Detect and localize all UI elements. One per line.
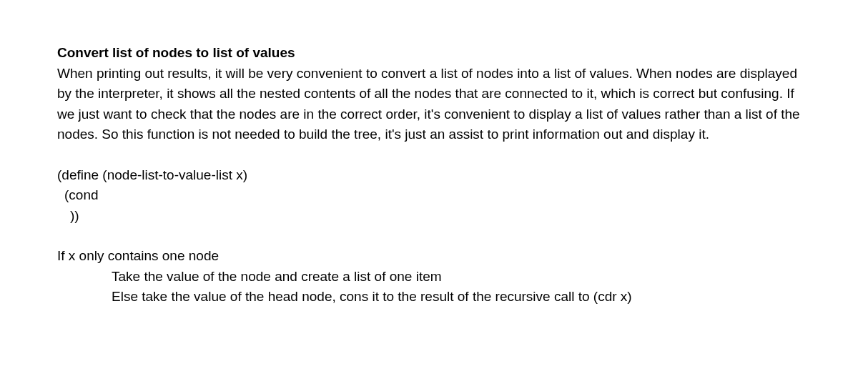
description-paragraph: When printing out results, it will be ve… bbox=[57, 64, 811, 145]
code-line: (define (node-list-to-value-list x) bbox=[57, 165, 811, 186]
pseudo-line: Else take the value of the head node, co… bbox=[57, 287, 811, 307]
code-line: )) bbox=[57, 206, 811, 227]
pseudocode-block: If x only contains one node Take the val… bbox=[57, 246, 811, 307]
code-line: (cond bbox=[57, 185, 811, 206]
section-heading: Convert list of nodes to list of values bbox=[57, 43, 811, 64]
pseudo-line: Take the value of the node and create a … bbox=[57, 267, 811, 287]
pseudo-line: If x only contains one node bbox=[57, 246, 811, 267]
code-block: (define (node-list-to-value-list x) (con… bbox=[57, 165, 811, 227]
